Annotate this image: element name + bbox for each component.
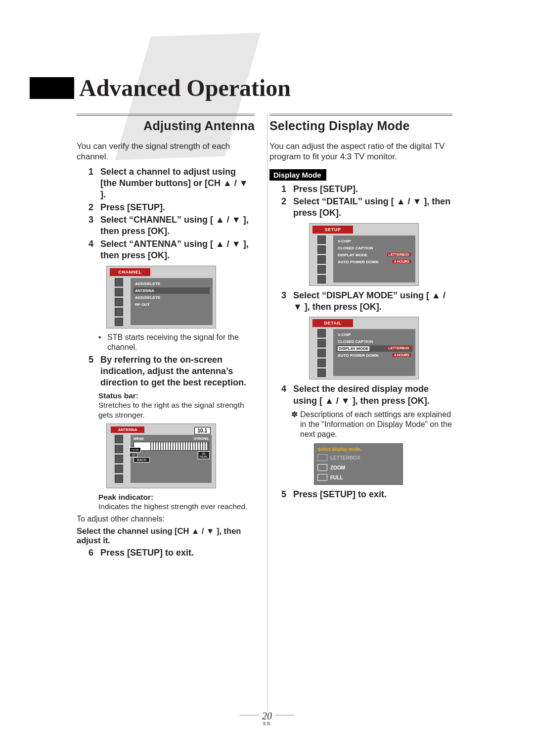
display-mode-tag: Display Mode [269,169,326,181]
page-footer: 20 EN [0,710,534,726]
osd-select-title: Select display mode. [316,446,400,453]
osd-item-auto-power: AUTO POWER DOWN4 HOURS [336,352,412,359]
zoom-icon [317,464,327,471]
osd-item-display-mode-sel: DISPLAY MODELETTERBOX [336,345,412,352]
letterbox-icon [317,454,327,461]
osd-channel-menu-items: ADD/DELETE ANTENNA ADD/DELETE RF OUT [131,278,213,325]
search-icon [115,465,123,473]
clock-icon [317,349,326,357]
doc-icon [115,474,123,483]
search-icon [317,265,326,274]
tv-icon [115,435,123,443]
col-adjusting-antenna: Adjusting Antenna You can verify the sig… [77,114,255,711]
full-icon [317,474,327,481]
osd-item-add-delete: ADD/DELETE [134,281,210,287]
osd-weak-label: WEAK [134,437,144,440]
search-icon [317,359,326,367]
section-title-left: Adjusting Antenna [77,114,255,133]
osd-channel-title: CHANNEL [110,268,150,276]
r-step-3: Select “DISPLAY MODE” using [ ▲ / ▼ ], t… [293,290,445,312]
r-step-4-note: ✽ Descriptions of each settings are expl… [291,410,452,439]
antenna-icon [317,339,326,347]
page-lang: EN [0,721,534,726]
tv-icon [115,278,123,286]
doc-icon [317,275,326,284]
doc-icon [115,318,123,326]
tv-icon [317,329,326,337]
osd-item-display-mode: DISPLAY MODELETTERBOX [336,252,412,258]
r-step-5: Press [SETUP] to exit. [293,489,387,499]
r-step-4: Select the desired display mode using [ … [293,384,430,405]
intro-left: You can verify the signal strength of ea… [77,141,255,162]
antenna-icon [317,245,326,254]
osd-item-vchip: V-CHIP [336,238,412,244]
osd-detail-menu: DETAIL V-CHIP CLOSED CAPTION DISPLAY MOD… [309,317,419,379]
osd-side-icons [107,276,131,328]
step-2: Press [SETUP]. [100,202,165,212]
osd-now-label: NOW [130,447,141,452]
adjust-other-instruction: Select the channel using [CH ▲ / ▼ ], th… [77,526,255,545]
osd-item-antenna: ANTENNA [134,287,210,294]
osd-setup-title: SETUP [312,226,353,234]
osd-back-button: BACK [134,457,150,463]
osd-detail-title: DETAIL [312,319,353,327]
osd-display-mode-select: Select display mode. LETTERBOX ZOOM FULL [314,443,403,485]
osd-item-cc: CLOSED CAPTION [336,245,412,251]
tv-icon [317,236,326,244]
doc-icon [317,369,326,377]
intro-right: You can adjust the aspect ratio of the d… [269,141,452,162]
step-4: Select “ANTENNA” using [ ▲ / ▼ ], then p… [100,239,249,260]
section-title-right: Selecting Display Mode [269,114,452,133]
osd-now-value: 10 [130,453,137,457]
step-5: By referring to the on-screen indication… [100,355,246,388]
chapter-title: Advanced Operation [79,74,291,101]
osd-channel-menu: CHANNEL ADD/DELETE ANTENNA ADD/DELETE RF… [106,266,216,329]
clock-icon [115,298,123,306]
osd-option-full: FULL [316,472,400,482]
step-1: Select a channel to adjust using [the Nu… [100,167,248,200]
search-icon [115,308,123,316]
chapter-block [30,77,74,99]
chapter-heading: Advanced Operation [30,74,291,101]
step-3: Select “CHANNEL” using [ ▲ / ▼ ], then p… [100,215,249,236]
adjust-other-intro: To adjust other channels: [77,515,255,523]
osd-option-zoom: ZOOM [316,463,400,472]
r-step-1: Press [SETUP]. [293,184,358,194]
status-bar-callout: Status bar: Stretches to the right as th… [98,391,255,420]
osd-signal-bars [134,442,209,451]
step-6: Press [SETUP] to exit. [100,548,194,558]
osd-antenna-screen: ANTENNA 10.1 WEAK STRONG [106,424,216,488]
step-4-bullet: • STB starts receiving the signal for th… [98,332,255,352]
osd-antenna-title: ANTENNA [111,426,144,433]
peak-indicator-callout: Peak indicator: Indicates the highest st… [98,492,255,512]
page-number: 20 [262,710,272,721]
osd-item-auto-power: AUTO POWER DOWN4 HOURS [336,259,412,265]
clock-icon [115,455,123,463]
antenna-icon [115,445,123,453]
osd-item-add-delete-2: ADD/DELETE [134,294,210,301]
clock-icon [317,255,326,264]
osd-item-vchip: V-CHIP [336,331,412,338]
col-selecting-display-mode: Selecting Display Mode You can adjust th… [269,114,452,711]
osd-item-rf-out: RF OUT [134,301,210,308]
osd-antenna-channel: 10.1 [194,427,211,434]
osd-strong-label: STRONG [194,437,209,440]
osd-peak-box: 50 PEAK [198,451,210,459]
antenna-icon [115,288,123,296]
osd-item-cc: CLOSED CAPTION [336,338,412,345]
osd-setup-menu: SETUP V-CHIP CLOSED CAPTION DISPLAY MODE… [309,223,419,286]
osd-option-letterbox: LETTERBOX [316,453,400,463]
r-step-2: Select “DETAIL” using [ ▲ / ▼ ], then pr… [293,196,450,218]
